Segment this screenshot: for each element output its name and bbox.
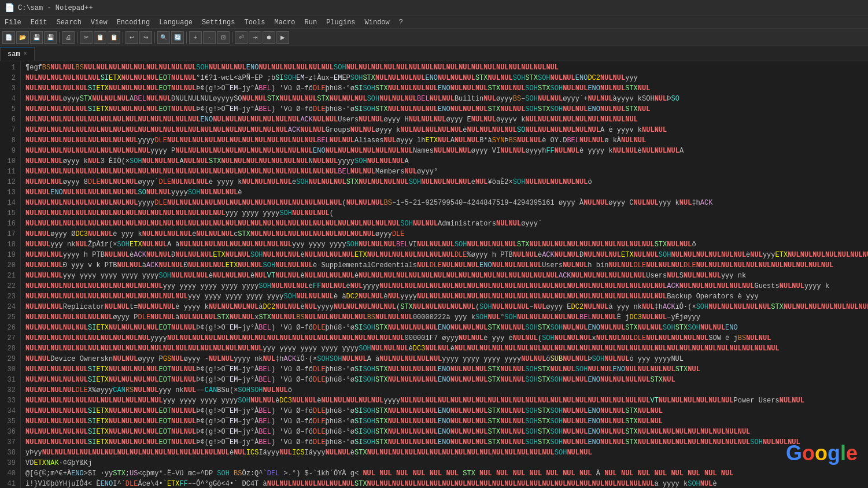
sob-char: SOH [367,95,380,103]
nul-char: NUL [184,406,197,416]
sob-char: SOH [354,157,367,165]
toolbar-save[interactable]: 💾 [30,31,43,44]
nul-char: NUL [446,62,459,73]
nul-char: NUL [213,146,226,156]
nul-char: NUL [330,479,342,488]
nul-char: NUL [504,479,517,488]
menu-help[interactable]: ? [394,16,408,28]
nul-char: NUL [75,146,88,156]
nul-char: NUL [563,114,575,125]
dle-char: DLE [125,479,138,488]
nul-char: NUL [50,104,63,114]
toolbar-undo[interactable]: ↩ [125,31,138,44]
toolbar-redo[interactable]: ↪ [139,31,152,44]
nul-char: NUL [375,219,388,229]
line-10: NUL NUL NUL øyyy k NUL 3 ÈIÔ(× SOH NUL N… [25,156,863,167]
toolbar-save-all[interactable]: 💾 [44,31,57,44]
nul-char: NUL [101,395,113,406]
nul-char: NUL [125,343,138,354]
menu-language[interactable]: Language [154,16,197,28]
so-char: SO [517,125,525,135]
nul-char: NUL [425,302,438,312]
nul-char: NUL [638,406,651,416]
nul-char: NUL [196,156,209,167]
toolbar-open[interactable]: 📂 [16,31,29,44]
nul-char: NUL [150,167,163,177]
nul-char: NUL [450,375,463,385]
nul-char: NUL [729,281,742,291]
menu-edit[interactable]: Edit [26,16,52,28]
toolbar-zoom-in[interactable]: + [189,31,202,44]
nul-char: NUL [679,198,692,208]
menu-view[interactable]: View [86,16,112,28]
editor-content[interactable]: ¶egf BS NUL NUL BS NUL NUL NUL NUL NUL N… [21,61,868,488]
nul-char: NUL [25,323,38,333]
nul-char: NUL [388,312,401,323]
menu-settings[interactable]: Settings [197,16,240,28]
toolbar-print[interactable]: 🖨 [62,31,75,44]
eno-char: ENO [588,375,600,385]
line-number-6: 6 [2,114,16,125]
ics-char: ICS [292,448,305,458]
nul-char: NUL [25,167,38,177]
soh-char: SOH [479,302,492,312]
nul-char: NUL [188,146,201,156]
menu-macro[interactable]: Macro [270,16,300,28]
toolbar-macro-rec[interactable]: ⏺ [263,31,275,44]
menu-search[interactable]: Search [52,16,86,28]
nul-char: NUL [671,469,684,478]
nul-char: NUL [88,208,101,219]
toolbar-new[interactable]: 📄 [2,31,15,44]
nul-char: NUL [134,364,146,375]
toolbar-copy[interactable]: 📋 [94,31,106,44]
nul-char: NUL [75,395,88,406]
toolbar-paste[interactable]: 📋 [108,31,120,44]
nul-char: NUL [192,239,205,250]
stx-char: STX [488,364,501,375]
nul-char: NUL [530,281,542,291]
nul-char: NUL [483,114,496,125]
line-22: NUL NUL NUL NUL NUL NUL NUL NUL NUL NUL … [25,281,863,291]
toolbar-zoom-reset[interactable]: ⊡ [217,31,230,44]
nul-char: NUL [542,239,555,250]
nul-char: NUL [600,114,613,125]
editor: 1234567891011121314151617181920212223242… [0,61,868,488]
nul-char: NUL [738,427,751,437]
menu-file[interactable]: File [0,16,26,28]
nul-char: NUL [25,271,38,281]
nul-char: NUL [430,239,442,250]
toolbar-macro-play[interactable]: ▶ [276,31,289,44]
sob-char: SOH [263,261,276,269]
dle-char: DLE [455,250,467,260]
toolbar-zoom-out[interactable]: - [203,31,216,44]
menu-encoding[interactable]: Encoding [112,16,155,28]
toolbar-wordwrap[interactable]: ⏎ [235,31,248,44]
nul-char: NUL [642,125,655,135]
menu-plugins[interactable]: Plugins [322,16,360,28]
nul-char: NUL [279,177,292,187]
line-26: NUL NUL NUL NUL NUL SI ETX NUL NUL NUL N… [25,323,863,333]
title-bar: 📄 C:\sam - Notepad++ [0,0,868,16]
nul-char: NUL [579,333,592,343]
nul-char: NUL [101,125,113,135]
nul-char: NUL [759,333,771,343]
nul-char: NUL [25,208,38,219]
menu-window[interactable]: Window [360,16,394,28]
nul-char: NUL [188,208,201,219]
nul-char: NUL [109,416,121,427]
nul-char: NUL [63,187,76,198]
toolbar-indent[interactable]: ⇥ [249,31,261,44]
menu-run[interactable]: Run [300,16,322,28]
toolbar-find[interactable]: 🔍 [157,31,170,44]
tab-sam[interactable]: sam × [0,47,35,61]
nul-char: NUL [500,364,513,375]
toolbar-cut[interactable]: ✂ [80,31,93,44]
stx-char: STX [675,323,688,333]
menu-tools[interactable]: Tools [239,16,269,28]
nul-char: NUL [150,281,163,291]
nul-char: NUL [158,260,171,271]
toolbar-replace[interactable]: 🔄 [171,31,184,44]
line-31: NUL NUL NUL NUL NUL SI ETX NUL NUL NUL N… [25,375,863,385]
nul-char: NUL [646,333,659,343]
tab-sam-close[interactable]: × [24,51,27,57]
